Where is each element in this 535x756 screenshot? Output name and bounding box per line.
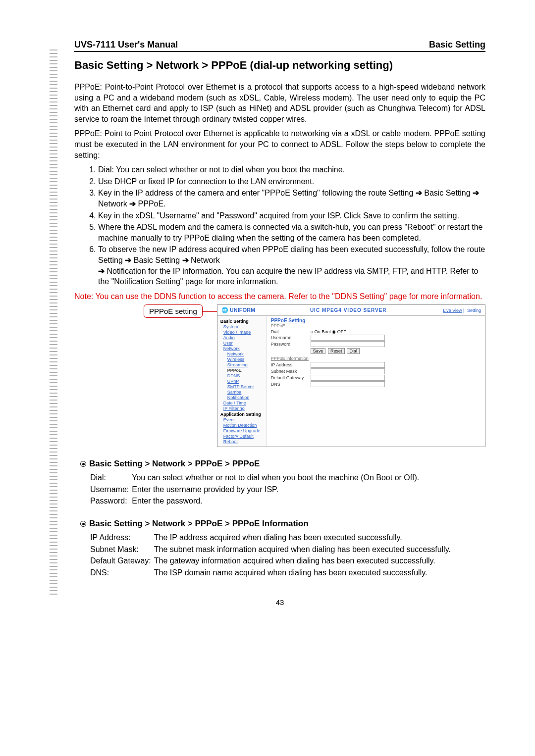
ss-sub-pppoe: PPPoE	[271, 323, 481, 328]
ss-radio-off[interactable]: ◉ OFF	[332, 329, 346, 334]
step-1: Dial: You can select whether or not to d…	[98, 164, 485, 175]
def-gw-val: The gateway information acquired when di…	[154, 555, 454, 567]
ss-side-firmware[interactable]: Firmware Upgrade	[223, 428, 264, 433]
ss-reset-button[interactable]: Reset	[328, 348, 345, 354]
def-dns-key: DNS:	[90, 567, 154, 579]
ss-label-ip: IP Address	[271, 362, 311, 367]
arrow-icon: ➔	[182, 255, 189, 266]
arrow-icon: ➔	[473, 188, 479, 199]
ss-side-video[interactable]: Video / Image	[223, 330, 264, 335]
def-gw-key: Default Gateway:	[90, 555, 154, 567]
ss-live-view-link[interactable]: Live View	[443, 308, 462, 313]
ss-side-basic: Basic Setting	[220, 319, 264, 324]
def-mask-val: The subnet mask information acquired whe…	[154, 544, 454, 555]
ss-side-net[interactable]: Network	[227, 352, 264, 356]
ss-save-button[interactable]: Save	[311, 348, 326, 354]
ss-input-ip[interactable]	[311, 362, 385, 368]
ss-product-title: UIC MPEG4 VIDEO SERVER	[310, 307, 387, 313]
ss-side-app: Application Setting	[220, 412, 264, 417]
ss-side-notif[interactable]: Notification	[227, 395, 264, 400]
section-pppoe-info: Basic Setting > Network > PPPoE > PPPoE …	[80, 519, 485, 529]
bullet-icon	[80, 521, 86, 527]
step-5: Where the ADSL modem and the camera is c…	[98, 222, 485, 243]
ss-side-reboot[interactable]: Reboot	[223, 439, 264, 444]
ss-input-gw[interactable]	[311, 375, 385, 381]
ss-label-dial: Dial	[271, 329, 311, 334]
note-text: Note: You can use the DDNS function to a…	[74, 291, 485, 302]
ss-side-ddns[interactable]: DDNS	[227, 373, 264, 378]
arrow-icon: ➔	[98, 266, 105, 277]
ss-side-streaming[interactable]: Streaming	[227, 362, 264, 367]
ss-input-dns[interactable]	[311, 381, 385, 387]
ss-input-mask[interactable]	[311, 368, 385, 374]
arrow-icon: ➔	[129, 199, 136, 209]
ss-label-dns: DNS	[271, 382, 311, 387]
bullet-icon	[80, 461, 86, 467]
ss-side-system[interactable]: System	[223, 324, 264, 329]
def-ip-val: The IP address acquired when dialing has…	[154, 532, 454, 544]
ss-side-event[interactable]: Event	[223, 417, 264, 422]
step-6: To observe the new IP address acquired w…	[98, 244, 485, 287]
def-dns-val: The ISP domain name acquired when dialin…	[154, 567, 454, 579]
ss-label-pass: Password	[271, 342, 311, 347]
intro-paragraph-2: PPPoE: Point to Point Protocol over Ethe…	[74, 128, 485, 160]
ss-radio-onboot[interactable]: ○ On Boot	[311, 329, 331, 334]
header-right: Basic Setting	[429, 40, 485, 50]
ss-main-heading: PPPoE Setting	[271, 318, 481, 323]
ss-side-wireless[interactable]: Wireless	[227, 357, 264, 362]
callout-pppoe-setting: PPPoE setting	[144, 304, 203, 318]
def-dial-val: You can select whether or not to dial wh…	[132, 472, 422, 484]
section-pppoe: Basic Setting > Network > PPPoE > PPPoE	[80, 459, 485, 469]
ss-side-date[interactable]: Date / Time	[223, 401, 264, 405]
ss-side-factory[interactable]: Factory Default	[223, 434, 264, 439]
ss-side-upnp[interactable]: UPnP	[227, 379, 264, 384]
ss-sidebar: Basic Setting System Video / Image Audio…	[217, 316, 267, 447]
page-header: UVS-7111 User's Manual Basic Setting	[74, 40, 485, 52]
def-user-key: Username:	[90, 484, 132, 496]
ss-input-password[interactable]	[311, 341, 385, 347]
def-dial-key: Dial:	[90, 472, 132, 484]
def-pass-val: Enter the password.	[132, 495, 422, 507]
callout-connector	[203, 311, 217, 312]
page-title: Basic Setting > Network > PPPoE (dial-up…	[74, 59, 485, 72]
ss-setting-link[interactable]: Setting	[467, 308, 481, 313]
ss-side-samba[interactable]: Samba	[227, 390, 264, 395]
ss-label-gw: Default Gateway	[271, 375, 311, 380]
ss-sub-info: PPPoE information	[271, 356, 481, 361]
ss-label-mask: Subnet Mask	[271, 369, 311, 374]
ss-side-smtp[interactable]: SMTP Server	[227, 384, 264, 389]
ss-side-motion[interactable]: Motion Detection	[223, 423, 264, 428]
header-left: UVS-7111 User's Manual	[74, 40, 178, 50]
step-3: Key in the IP address of the camera and …	[98, 188, 485, 209]
ss-side-pppoe[interactable]: PPPoE	[227, 368, 264, 373]
def-user-val: Enter the username provided by your ISP.	[132, 484, 422, 496]
intro-paragraph-1: PPPoE: Point-to-Point Protocol over Ethe…	[74, 82, 485, 124]
ss-side-user[interactable]: User	[223, 341, 264, 346]
def-ip-key: IP Address:	[90, 532, 154, 544]
embedded-screenshot: 🌐 UNIFORM UIC MPEG4 VIDEO SERVER Live Vi…	[217, 304, 485, 447]
ss-side-network[interactable]: Network	[223, 346, 264, 351]
ss-top-links: Live View | Setting	[441, 308, 481, 313]
ss-dial-button[interactable]: Dial	[347, 348, 360, 354]
page-side-ruler	[50, 50, 57, 597]
ss-input-username[interactable]	[311, 335, 385, 341]
arrow-icon: ➔	[416, 188, 422, 199]
ss-main-panel: PPPoE Setting PPPoE Dial ○ On Boot ◉ OFF…	[267, 316, 485, 447]
ss-side-ipf[interactable]: IP Filtering	[223, 406, 264, 411]
ss-side-audio[interactable]: Audio	[223, 335, 264, 340]
ss-label-user: Username	[271, 335, 311, 340]
steps-list: Dial: You can select whether or not to d…	[98, 164, 485, 287]
def-mask-key: Subnet Mask:	[90, 544, 154, 555]
step-4: Key in the xDSL "Username" and "Password…	[98, 210, 485, 221]
pppoe-definition-table: Dial: You can select whether or not to d…	[90, 472, 422, 507]
def-pass-key: Password:	[90, 495, 132, 507]
ss-logo: 🌐 UNIFORM	[221, 307, 255, 313]
arrow-icon: ➔	[125, 255, 131, 266]
pppoe-info-definition-table: IP Address: The IP address acquired when…	[90, 532, 454, 578]
step-2: Use DHCP or fixed IP for connection to t…	[98, 176, 485, 187]
page-number: 43	[74, 598, 485, 606]
